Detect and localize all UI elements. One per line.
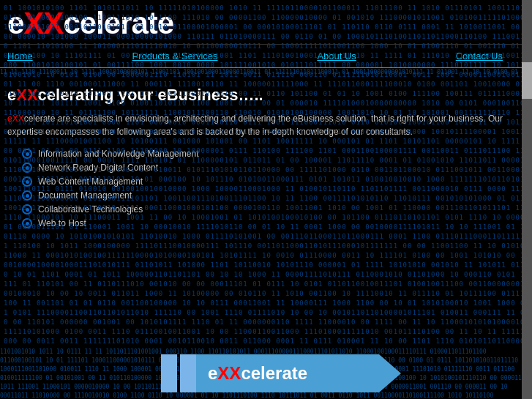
footer-area: 1101001010 1011 10 0111 11 11 1011011101… <box>0 348 532 399</box>
binary-background: 01 1001010100 1101 1010111011 10 1111101… <box>0 0 532 399</box>
arrow-bar-1 <box>161 354 177 392</box>
footer-xx: XX <box>217 363 241 383</box>
arrow-bar-2 <box>180 354 196 392</box>
footer-logo-text: eXXcelerate <box>208 363 307 384</box>
scrollbar-thumb[interactable] <box>522 62 532 99</box>
arrow-bars <box>161 354 196 392</box>
footer-logo-arrow: eXXcelerate <box>161 354 401 392</box>
arrow-main: eXXcelerate <box>196 354 401 392</box>
scrollbar[interactable] <box>522 0 532 399</box>
